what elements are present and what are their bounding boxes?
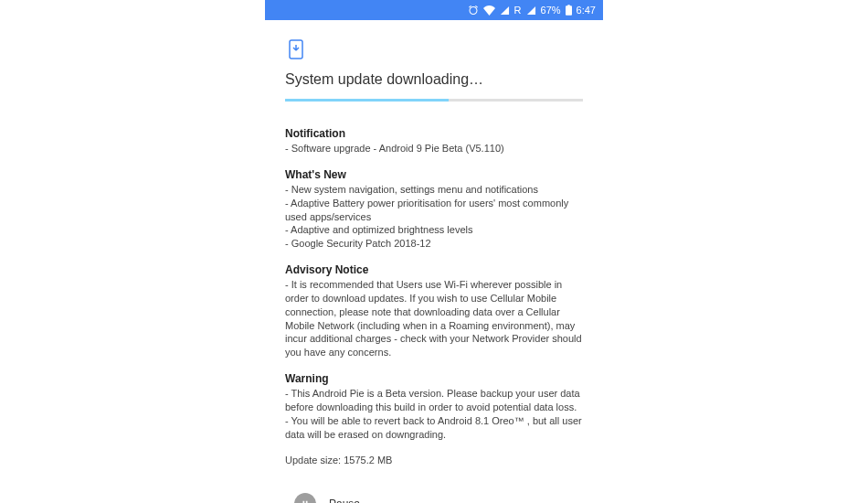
section-advisory: Advisory Notice - It is recommended that… [285, 263, 583, 359]
alarm-icon [468, 5, 479, 16]
whats-new-heading: What's New [285, 168, 583, 181]
content-area: System update downloading… Notification … [265, 20, 603, 503]
notification-heading: Notification [285, 127, 583, 140]
battery-icon [566, 5, 572, 16]
download-progress [285, 99, 583, 102]
section-notification: Notification - Software upgrade - Androi… [285, 127, 583, 155]
battery-percent: 67% [541, 5, 561, 16]
roaming-label: R [514, 5, 522, 16]
warning-heading: Warning [285, 372, 583, 385]
warning-body: - This Android Pie is a Beta version. Pl… [285, 387, 583, 441]
notification-body: - Software upgrade - Android 9 Pie Beta … [285, 142, 583, 155]
update-app-icon [285, 38, 307, 60]
status-bar: R 67% 6:47 [265, 0, 603, 20]
section-whats-new: What's New - New system navigation, sett… [285, 168, 583, 251]
download-progress-fill [285, 99, 449, 102]
advisory-body: - It is recommended that Users use Wi-Fi… [285, 278, 583, 359]
update-size: Update size: 1575.2 MB [285, 455, 583, 466]
page-title: System update downloading… [285, 71, 583, 88]
phone-screen: R 67% 6:47 System update downloading… No… [265, 0, 603, 503]
pause-button[interactable] [294, 493, 316, 504]
wifi-icon [483, 5, 495, 16]
signal-icon-2 [526, 5, 536, 16]
pause-icon [301, 499, 310, 504]
whats-new-body: - New system navigation, settings menu a… [285, 183, 583, 251]
pause-label[interactable]: Pause [329, 498, 360, 504]
signal-icon [500, 5, 510, 16]
section-warning: Warning - This Android Pie is a Beta ver… [285, 372, 583, 441]
pause-row: Pause [285, 493, 583, 504]
advisory-heading: Advisory Notice [285, 263, 583, 276]
clock-time: 6:47 [577, 5, 596, 16]
